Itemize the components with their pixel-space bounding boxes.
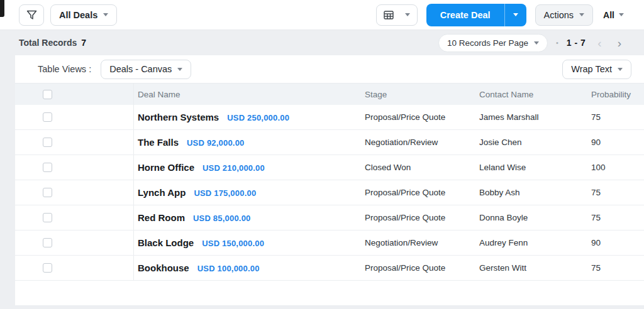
stage-cell: Closed Won [365, 163, 479, 172]
deal-name-cell: Northern Systems USD 250,000.00 [134, 112, 365, 122]
header-contact-name[interactable]: Contact Name [479, 90, 591, 99]
funnel-icon [26, 10, 37, 20]
table-views-label: Table Views : [38, 64, 91, 74]
row-checkbox[interactable] [43, 138, 52, 147]
deal-name-link[interactable]: Northern Systems [138, 112, 219, 122]
selected-view-label: Deals - Canvas [109, 64, 172, 74]
stage-cell: Proposal/Price Quote [365, 213, 479, 222]
row-checkbox-cell [15, 130, 134, 154]
row-checkbox[interactable] [43, 238, 52, 247]
table-row: The Falls USD 92,000.00 Negotiation/Revi… [15, 130, 644, 155]
deal-amount: USD 150,000.00 [202, 239, 264, 248]
deal-name-link[interactable]: Red Room [138, 212, 185, 223]
records-per-page-selector[interactable]: 10 Records Per Page [438, 34, 548, 52]
row-checkbox-cell [15, 105, 134, 129]
module-view-label: All Deals [59, 10, 97, 20]
table-grid-icon [384, 11, 394, 19]
screen-edge-artifact [0, 0, 4, 17]
all-filter-label: All [603, 10, 614, 20]
row-checkbox[interactable] [43, 112, 52, 122]
table-row: Black Lodge USD 150,000.00 Negotiation/R… [15, 230, 644, 256]
pagination-group: 10 Records Per Page • 1 - 7 ‹ › [438, 34, 625, 52]
table-row: Lynch App USD 175,000.00 Proposal/Price … [15, 180, 644, 205]
probability-cell: 90 [591, 138, 644, 147]
deal-amount: USD 250,000.00 [227, 113, 289, 122]
stage-cell: Negotiation/Review [365, 238, 479, 247]
deal-name-link[interactable]: The Falls [138, 137, 179, 148]
probability-cell: 75 [591, 188, 644, 197]
contact-name-cell[interactable]: Audrey Fenn [479, 238, 591, 247]
caret-down-icon [405, 13, 410, 16]
table-row: Horne Office USD 210,000.00 Closed Won L… [15, 155, 644, 180]
select-all-checkbox[interactable] [43, 90, 52, 99]
header-probability[interactable]: Probability [591, 90, 644, 99]
row-checkbox-cell [15, 205, 134, 230]
deal-name-cell: Red Room USD 85,000.00 [134, 212, 365, 223]
table-header-row: Deal Name Stage Contact Name Probability [15, 83, 644, 105]
record-range: 1 - 7 [567, 38, 586, 48]
table-views-bar: Table Views : Deals - Canvas Wrap Text [15, 55, 644, 83]
table-row: Red Room USD 85,000.00 Proposal/Price Qu… [15, 205, 644, 230]
toolbar-right-group: Create Deal Actions All [376, 4, 625, 26]
probability-cell: 75 [591, 213, 644, 222]
stage-cell: Proposal/Price Quote [365, 188, 479, 197]
contact-name-cell[interactable]: Bobby Ash [479, 188, 591, 197]
next-page-button[interactable]: › [614, 37, 625, 49]
deal-name-cell: Horne Office USD 210,000.00 [134, 162, 365, 173]
records-per-page-label: 10 Records Per Page [447, 38, 528, 48]
deal-name-link[interactable]: Horne Office [138, 162, 194, 173]
contact-name-cell[interactable]: Leland Wise [479, 163, 591, 172]
filter-button[interactable] [19, 4, 44, 26]
deal-name-link[interactable]: Black Lodge [138, 237, 194, 248]
deal-name-cell: Black Lodge USD 150,000.00 [134, 237, 365, 248]
deal-name-cell: Lynch App USD 175,000.00 [134, 187, 365, 198]
wrap-text-label: Wrap Text [571, 64, 612, 74]
module-view-selector[interactable]: All Deals [50, 4, 117, 26]
caret-down-icon [177, 68, 182, 71]
deal-amount: USD 175,000.00 [194, 188, 256, 198]
table-view-selector[interactable]: Deals - Canvas [101, 60, 191, 79]
deal-name-link[interactable]: Lynch App [138, 187, 186, 198]
deal-amount: USD 210,000.00 [203, 163, 265, 173]
stage-cell: Proposal/Price Quote [365, 263, 479, 273]
row-checkbox-cell [15, 155, 134, 180]
actions-button[interactable]: Actions [535, 4, 594, 26]
row-checkbox-cell [15, 256, 134, 280]
wrap-text-selector[interactable]: Wrap Text [562, 60, 631, 79]
table-layout-selector[interactable] [376, 4, 418, 26]
select-all-cell [15, 84, 134, 105]
header-deal-name[interactable]: Deal Name [134, 90, 365, 99]
probability-cell: 75 [591, 263, 644, 273]
probability-cell: 75 [591, 112, 644, 122]
table-row: Bookhouse USD 100,000.00 Proposal/Price … [15, 256, 644, 281]
contact-name-cell[interactable]: Donna Boyle [479, 213, 591, 222]
prev-page-button[interactable]: ‹ [594, 37, 605, 49]
create-deal-split-button: Create Deal [426, 4, 526, 26]
deal-name-cell: The Falls USD 92,000.00 [134, 137, 365, 148]
create-deal-button[interactable]: Create Deal [426, 4, 504, 26]
deal-name-cell: Bookhouse USD 100,000.00 [134, 263, 365, 273]
deals-list-card: Table Views : Deals - Canvas Wrap Text D… [15, 55, 644, 305]
row-checkbox[interactable] [43, 163, 52, 172]
table-row: Northern Systems USD 250,000.00 Proposal… [15, 105, 644, 130]
row-checkbox[interactable] [43, 263, 52, 273]
header-stage[interactable]: Stage [365, 90, 479, 99]
stage-cell: Proposal/Price Quote [365, 112, 479, 122]
probability-cell: 100 [591, 163, 644, 172]
contact-name-cell[interactable]: James Marshall [479, 112, 591, 122]
deal-amount: USD 100,000.00 [197, 264, 260, 273]
contact-name-cell[interactable]: Gersten Witt [479, 263, 591, 273]
all-filter-dropdown[interactable]: All [602, 8, 625, 23]
create-deal-dropdown-button[interactable] [504, 4, 526, 26]
deal-name-link[interactable]: Bookhouse [138, 263, 189, 273]
total-records-count: 7 [81, 38, 86, 48]
row-checkbox-cell [15, 230, 134, 255]
row-checkbox[interactable] [43, 213, 52, 222]
caret-down-icon [534, 41, 539, 45]
actions-label: Actions [544, 10, 574, 20]
deal-amount: USD 85,000.00 [193, 214, 251, 223]
contact-name-cell[interactable]: Josie Chen [479, 138, 591, 147]
records-bar: Total Records 7 10 Records Per Page • 1 … [0, 30, 644, 55]
row-checkbox[interactable] [43, 188, 52, 197]
probability-cell: 90 [591, 238, 644, 247]
